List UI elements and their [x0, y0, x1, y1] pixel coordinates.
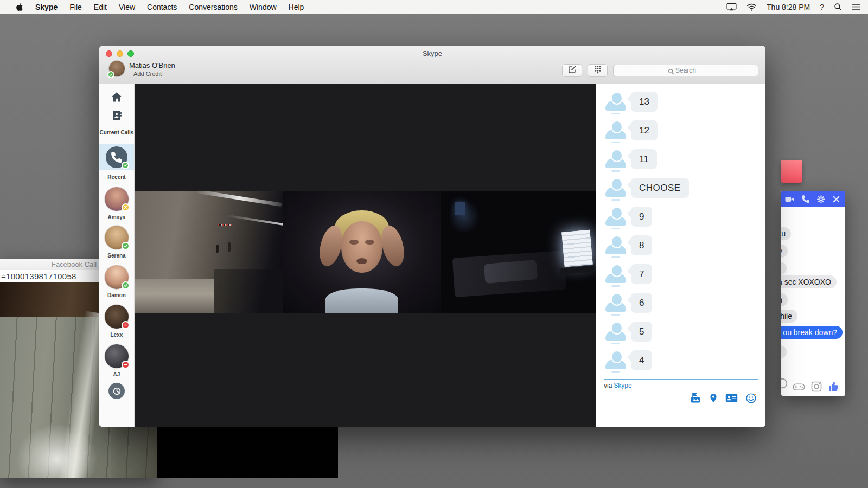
chat-message-row: 12 — [596, 119, 765, 143]
default-avatar — [604, 147, 628, 171]
mouth — [356, 258, 367, 264]
distant-figure — [228, 242, 231, 252]
compose-button[interactable] — [562, 64, 582, 77]
eye — [349, 240, 359, 245]
skype-header: Skype Matias O'Brien Add Credit — [99, 46, 765, 85]
emoji-icon[interactable] — [745, 393, 757, 404]
location-icon[interactable] — [709, 393, 718, 404]
default-avatar — [604, 320, 628, 344]
default-avatar — [604, 291, 628, 315]
sidebar-contact-damon[interactable]: Damon — [99, 265, 134, 301]
apple-menu[interactable] — [10, 3, 29, 11]
skype-window: Skype Matias O'Brien Add Credit — [99, 46, 765, 427]
chat-message-bubble: 13 — [631, 92, 658, 112]
close-icon[interactable] — [833, 196, 840, 203]
avatar — [105, 344, 129, 368]
default-avatar — [604, 119, 628, 143]
chat-message-row: 6 — [596, 291, 765, 315]
voice-call-icon[interactable] — [802, 195, 809, 203]
like-thumb-icon[interactable] — [828, 381, 840, 393]
chat-message-bubble: CHOOSE — [631, 178, 689, 198]
chat-message-bubble: 12 — [631, 120, 658, 140]
sidebar-contact-serena[interactable]: Serena — [99, 226, 134, 261]
menu-view[interactable]: View — [113, 3, 141, 11]
user-avatar[interactable] — [109, 61, 125, 76]
video-feed-dark-room — [441, 191, 596, 313]
contact-card-icon[interactable] — [725, 393, 738, 403]
dialpad-button[interactable] — [588, 64, 608, 77]
skype-service-link[interactable]: Skype — [614, 382, 631, 389]
chat-message-bubble: 9 — [631, 207, 652, 227]
subway-track — [214, 269, 283, 313]
home-icon[interactable] — [99, 92, 134, 102]
avatar — [105, 265, 129, 289]
signal-lights — [218, 224, 232, 226]
ceiling-light — [197, 191, 282, 207]
online-status-badge — [107, 71, 114, 78]
facebook-call-url: =100013981710058 — [1, 272, 76, 281]
contacts-book-icon[interactable] — [99, 110, 134, 121]
airplay-display-icon[interactable] — [726, 3, 737, 11]
current-calls-label: Current Calls — [99, 130, 134, 136]
messenger-bubble: a sec XOXOXO — [781, 275, 837, 288]
messenger-bubble: while — [781, 310, 797, 323]
menu-app-name[interactable]: Skype — [29, 3, 63, 11]
menu-contacts[interactable]: Contacts — [141, 3, 183, 11]
online-status-badge — [122, 281, 130, 290]
menu-file[interactable]: File — [63, 3, 88, 11]
dnd-status-badge — [122, 321, 130, 329]
video-message-icon[interactable] — [690, 392, 701, 404]
menu-help[interactable]: Help — [283, 3, 310, 11]
chat-message-row: 8 — [596, 234, 765, 258]
notification-center-icon[interactable] — [852, 3, 860, 10]
messenger-notification-badge[interactable] — [781, 160, 802, 183]
chat-message-bubble: 4 — [631, 350, 652, 370]
help-menu[interactable]: ? — [820, 3, 824, 11]
default-avatar — [604, 262, 628, 286]
sidebar-item-current-call[interactable] — [99, 144, 134, 170]
dialpad-icon — [595, 66, 601, 76]
chat-message-row: 13 — [596, 90, 765, 114]
chat-message-row: 5 — [596, 320, 765, 344]
camera-icon[interactable] — [811, 381, 822, 392]
avatar — [105, 305, 129, 329]
dnd-status-badge — [122, 361, 130, 369]
video-feed-subway — [135, 191, 283, 313]
default-avatar — [604, 205, 628, 229]
history-clock-icon[interactable] — [108, 383, 125, 399]
skype-sidebar: Current Calls Recent Amaya — [99, 84, 135, 427]
sidebar-contact-aj[interactable]: AJ — [99, 344, 134, 380]
games-icon[interactable] — [793, 381, 805, 392]
face — [341, 221, 382, 273]
away-status-badge — [122, 203, 130, 211]
default-avatar — [604, 90, 628, 114]
search-input[interactable] — [613, 65, 758, 76]
chat-message-row: 4 — [596, 349, 765, 373]
menu-conversations[interactable]: Conversations — [183, 3, 244, 11]
apple-icon — [16, 3, 23, 11]
menubar-clock[interactable]: Thu 8:28 PM — [767, 3, 810, 11]
call-online-badge — [122, 162, 129, 169]
chat-message-bubble: 11 — [631, 149, 657, 169]
menu-bar: Skype File Edit View Contacts Conversati… — [0, 0, 868, 14]
light-blob — [16, 424, 98, 478]
default-avatar — [604, 176, 628, 200]
spotlight-search-icon[interactable] — [834, 3, 842, 11]
default-avatar — [604, 349, 628, 373]
recent-label: Recent — [99, 174, 134, 181]
ceiling-light — [227, 214, 283, 226]
menu-window[interactable]: Window — [244, 3, 283, 11]
sticker-icon[interactable] — [781, 377, 788, 391]
messenger-bubble: d — [781, 262, 787, 275]
small-monitor — [455, 202, 465, 215]
add-credit-link[interactable]: Add Credit — [133, 70, 162, 77]
chat-message-row: 11 — [596, 147, 765, 171]
avatar — [105, 187, 129, 211]
video-call-icon[interactable] — [785, 196, 794, 203]
sidebar-contact-amaya[interactable]: Amaya — [99, 187, 134, 223]
settings-gear-icon[interactable] — [817, 195, 825, 203]
messenger-bubble: y — [781, 245, 788, 258]
menu-edit[interactable]: Edit — [88, 3, 113, 11]
wifi-icon[interactable] — [746, 3, 757, 11]
sidebar-contact-lexx[interactable]: Lexx — [99, 305, 134, 341]
